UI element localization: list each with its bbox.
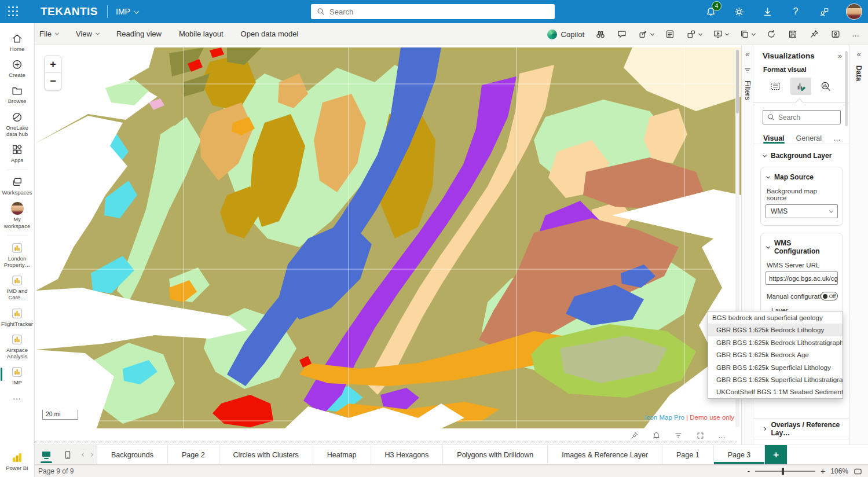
manual-configuration-toggle[interactable]: Off: [821, 292, 838, 300]
sidebar-item-flighttracker[interactable]: FlightTracker: [0, 304, 35, 331]
notifications-button[interactable]: 4: [704, 5, 717, 18]
comments-button[interactable]: [617, 29, 627, 39]
icon-map-pro-link[interactable]: Icon Map Pro: [644, 414, 684, 421]
analytics-mode-button[interactable]: [815, 78, 836, 95]
filters-pane-label[interactable]: Filters: [744, 80, 752, 100]
pin-button[interactable]: [809, 29, 819, 39]
sidebar-item-browse[interactable]: Browse: [0, 82, 35, 108]
menu-view[interactable]: View: [76, 30, 99, 38]
feedback-button[interactable]: [818, 5, 830, 18]
sidebar-item-create[interactable]: Create: [0, 56, 35, 82]
wms-configuration-header[interactable]: WMS Configuration: [766, 239, 838, 255]
sidebar-item-london-property[interactable]: London Property…: [0, 239, 35, 271]
expand-filters-icon[interactable]: «: [745, 50, 749, 58]
tab-general[interactable]: General: [796, 133, 822, 144]
settings-button[interactable]: [733, 5, 745, 18]
alert-icon[interactable]: [652, 431, 661, 440]
pin-visual-icon[interactable]: [630, 431, 639, 440]
page-tab-circles-with-clusters[interactable]: Circles with Clusters: [219, 445, 313, 464]
power-bi-home[interactable]: Power BI: [0, 449, 35, 475]
sidebar-item-imd-and-care[interactable]: IMD and Care…: [0, 271, 35, 304]
zoom-in-button[interactable]: +: [821, 468, 825, 474]
duplicate-button[interactable]: [739, 29, 755, 39]
geology-map: [36, 47, 741, 428]
add-page-button[interactable]: +: [765, 445, 787, 464]
help-button[interactable]: ?: [789, 5, 802, 18]
sidebar-item-my-workspace[interactable]: My workspace: [0, 199, 35, 232]
search-input[interactable]: [329, 8, 549, 16]
menu-mobile-layout[interactable]: Mobile layout: [179, 30, 224, 38]
menu-reading-view[interactable]: Reading view: [116, 30, 162, 38]
dropdown-option[interactable]: GBR BGS 1:625k Bedrock Age: [708, 348, 843, 361]
tabs-more-icon[interactable]: …: [833, 134, 841, 142]
share-button[interactable]: [638, 29, 654, 39]
sidebar-item-onelake[interactable]: OneLake data hub: [0, 108, 35, 141]
data-pane-label[interactable]: Data: [855, 65, 863, 81]
map-zoom-out-button[interactable]: −: [45, 73, 61, 90]
format-mode-button[interactable]: [790, 78, 811, 95]
page-tab-page-2[interactable]: Page 2: [168, 445, 219, 464]
fields-mode-button[interactable]: [765, 78, 786, 95]
dropdown-option[interactable]: GBR BGS 1:625k Superficial Lithology: [708, 361, 843, 373]
dropdown-option[interactable]: GBR BGS 1:625k Bedrock Lithostratigraphy: [708, 336, 843, 348]
download-button[interactable]: [761, 5, 774, 18]
dropdown-option[interactable]: UKContShelf BGS 1:1M Seabed Sediments: [708, 386, 843, 398]
workspace-switcher[interactable]: IMP: [116, 7, 138, 16]
map-zoom-in-button[interactable]: +: [45, 56, 61, 73]
mobile-layout-button[interactable]: [61, 448, 75, 462]
page-tab-page-1[interactable]: Page 1: [662, 445, 714, 464]
page-tab-images-reference-layer[interactable]: Images & Reference Layer: [548, 445, 662, 464]
sidebar-item-home[interactable]: Home: [0, 30, 35, 56]
save-icon: [788, 29, 798, 39]
page-tab-heatmap[interactable]: Heatmap: [313, 445, 371, 464]
page-tab-h3-hexagons[interactable]: H3 Hexagons: [371, 445, 444, 464]
dropdown-option[interactable]: GBR BGS 1:625k Superficial Lithostratigr…: [708, 373, 843, 386]
teams-share-button[interactable]: [830, 29, 841, 39]
zoom-slider-handle[interactable]: [782, 468, 784, 475]
menu-open-data-model[interactable]: Open data model: [241, 30, 299, 38]
copilot-button[interactable]: Copilot: [547, 30, 584, 39]
global-search[interactable]: [311, 4, 555, 19]
pane-scrollbar[interactable]: [845, 51, 848, 126]
find-button[interactable]: [595, 29, 606, 39]
page-tab-polygons-with-drilldown[interactable]: Polygons with Drilldown: [443, 445, 548, 464]
menu-file[interactable]: File: [39, 30, 58, 38]
collapse-pane-icon[interactable]: »: [838, 52, 842, 60]
scroll-tabs-left-icon[interactable]: [81, 453, 85, 457]
format-search-input[interactable]: [778, 113, 836, 122]
tab-visual[interactable]: Visual: [763, 133, 785, 144]
map-source-header[interactable]: Map Source: [766, 173, 838, 181]
zoom-slider[interactable]: [755, 471, 815, 472]
scroll-tabs-right-icon[interactable]: [89, 453, 93, 457]
expand-data-icon[interactable]: «: [856, 50, 860, 58]
dropdown-option-group[interactable]: BGS bedrock and superficial geology: [708, 311, 843, 324]
focus-mode-icon[interactable]: [696, 431, 705, 440]
section-background-layer[interactable]: Background Layer: [753, 144, 849, 166]
more-options-button[interactable]: …: [852, 32, 860, 36]
zoom-out-button[interactable]: -: [747, 468, 750, 474]
present-button[interactable]: [713, 29, 728, 39]
background-map-source-select[interactable]: WMS: [766, 204, 838, 218]
filter-icon[interactable]: [674, 431, 683, 440]
web-layout-button[interactable]: [39, 448, 53, 462]
refresh-button[interactable]: [766, 29, 777, 39]
fit-to-page-icon[interactable]: [854, 468, 862, 475]
visual-more-options-icon[interactable]: …: [718, 434, 726, 438]
notes-button[interactable]: [665, 29, 675, 39]
sidebar-item-workspaces[interactable]: Workspaces: [0, 173, 35, 199]
wms-server-url-input[interactable]: https://ogc.bgs.ac.uk/cgi-: [766, 271, 838, 285]
page-tab-backgrounds[interactable]: Backgrounds: [97, 445, 168, 464]
sidebar-more-button[interactable]: …: [13, 389, 22, 402]
sidebar-item-apps[interactable]: Apps: [0, 141, 35, 167]
app-launcher-button[interactable]: [0, 0, 27, 23]
section-overlays-reference-layers[interactable]: Overlays / Reference Lay…: [753, 419, 849, 439]
save-button[interactable]: [788, 29, 798, 39]
sidebar-item-airspace-analysis[interactable]: Airspace Analysis: [0, 331, 35, 363]
shapes-button[interactable]: [686, 29, 702, 39]
user-avatar[interactable]: [846, 3, 862, 20]
format-search[interactable]: [763, 110, 841, 124]
page-tab-page-3[interactable]: Page 3: [714, 445, 766, 464]
sidebar-item-imp[interactable]: IMP: [0, 363, 35, 389]
dropdown-option[interactable]: GBR BGS 1:625k Bedrock Lithology: [708, 324, 843, 336]
icon-map-pro-visual[interactable]: + − 20 mi Icon Map Pro | Demo use only: [36, 47, 741, 428]
